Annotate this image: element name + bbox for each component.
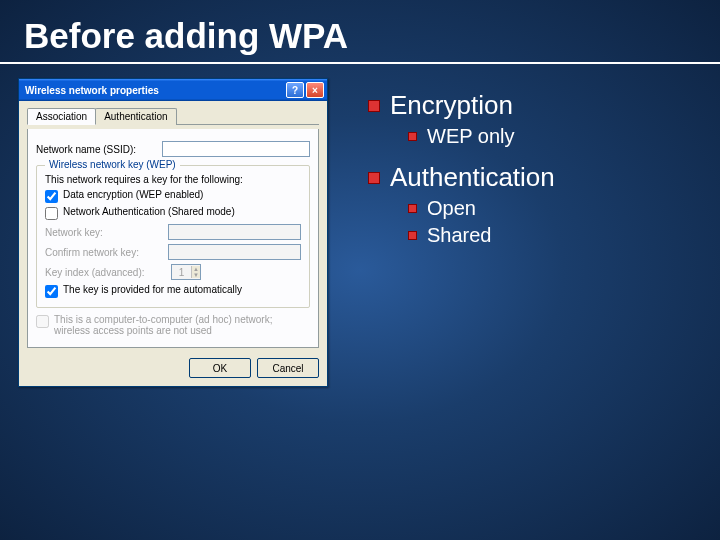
ssid-label: Network name (SSID): [36, 144, 156, 155]
content-area: Wireless network properties ? × Associat… [0, 78, 720, 387]
bullet-encryption: Encryption [368, 90, 555, 121]
checkbox-network-auth-input[interactable] [45, 207, 58, 220]
close-icon[interactable]: × [306, 82, 324, 98]
checkbox-auto-key[interactable]: The key is provided for me automatically [45, 284, 301, 298]
bullet-icon [408, 231, 417, 240]
wep-groupbox: Wireless network key (WEP) This network … [36, 165, 310, 308]
checkbox-auto-key-input[interactable] [45, 285, 58, 298]
cancel-button[interactable]: Cancel [257, 358, 319, 378]
help-icon[interactable]: ? [286, 82, 304, 98]
bullet-wep-only: WEP only [408, 125, 555, 148]
bullet-wep-only-label: WEP only [427, 125, 514, 148]
groupbox-caption: Wireless network key (WEP) [45, 159, 180, 170]
bullet-icon [408, 132, 417, 141]
dialog-title: Wireless network properties [25, 85, 284, 96]
network-key-label: Network key: [45, 227, 162, 238]
slide-title: Before adding WPA [0, 0, 720, 62]
confirm-key-input [168, 244, 301, 260]
bullet-authentication-label: Authentication [390, 162, 555, 193]
bullet-shared: Shared [408, 224, 555, 247]
bullet-authentication: Authentication [368, 162, 555, 193]
bullet-icon [408, 204, 417, 213]
ssid-input[interactable] [162, 141, 310, 157]
chevron-down-icon: ▼ [192, 272, 200, 278]
checkbox-adhoc: This is a computer-to-computer (ad hoc) … [36, 314, 310, 336]
bullet-icon [368, 100, 380, 112]
spinner-buttons: ▲▼ [191, 266, 200, 278]
checkbox-data-encryption-input[interactable] [45, 190, 58, 203]
titlebar[interactable]: Wireless network properties ? × [19, 79, 327, 101]
groupbox-text: This network requires a key for the foll… [45, 174, 301, 185]
tab-pane-association: Network name (SSID): Wireless network ke… [27, 129, 319, 348]
key-index-label: Key index (advanced): [45, 267, 165, 278]
tab-authentication[interactable]: Authentication [95, 108, 176, 125]
bullet-encryption-label: Encryption [390, 90, 513, 121]
dialog-button-row: OK Cancel [19, 352, 327, 386]
checkbox-network-auth-label: Network Authentication (Shared mode) [63, 206, 235, 217]
title-underline [0, 62, 720, 64]
network-key-input [168, 224, 301, 240]
checkbox-adhoc-label: This is a computer-to-computer (ad hoc) … [54, 314, 310, 336]
checkbox-adhoc-input [36, 315, 49, 328]
bullet-open-label: Open [427, 197, 476, 220]
tab-association[interactable]: Association [27, 108, 96, 125]
ok-button[interactable]: OK [189, 358, 251, 378]
checkbox-data-encryption-label: Data encryption (WEP enabled) [63, 189, 203, 200]
checkbox-network-auth[interactable]: Network Authentication (Shared mode) [45, 206, 301, 220]
dialog-body: Association Authentication Network name … [19, 101, 327, 352]
key-index-value: 1 [172, 267, 191, 278]
wireless-properties-dialog: Wireless network properties ? × Associat… [18, 78, 328, 387]
bullet-open: Open [408, 197, 555, 220]
bullet-shared-label: Shared [427, 224, 492, 247]
bullet-icon [368, 172, 380, 184]
checkbox-auto-key-label: The key is provided for me automatically [63, 284, 242, 295]
confirm-key-label: Confirm network key: [45, 247, 162, 258]
bullet-list: Encryption WEP only Authentication Open … [368, 78, 555, 387]
tabstrip: Association Authentication [27, 107, 319, 125]
checkbox-data-encryption[interactable]: Data encryption (WEP enabled) [45, 189, 301, 203]
key-index-spinner: 1 ▲▼ [171, 264, 201, 280]
